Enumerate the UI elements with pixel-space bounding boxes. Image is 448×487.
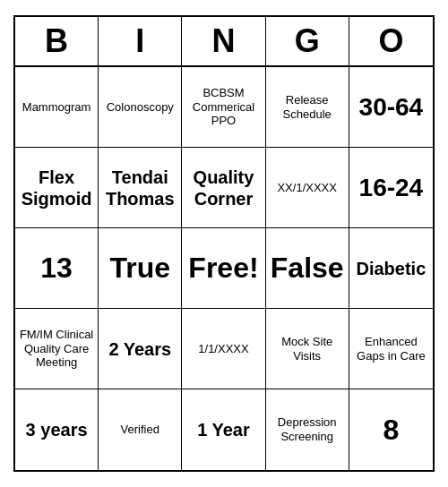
bingo-cell-5: Flex Sigmoid <box>15 148 99 228</box>
bingo-cell-18: Mock Site Visits <box>266 309 349 389</box>
bingo-cell-10: 13 <box>15 228 99 309</box>
bingo-cell-6: Tendai Thomas <box>99 148 182 228</box>
header-letter-G: G <box>266 17 349 65</box>
bingo-cell-20: 3 years <box>15 389 99 470</box>
bingo-cell-8: XX/1/XXXX <box>266 148 349 228</box>
bingo-cell-15: FM/IM Clinical Quality Care Meeting <box>15 309 99 389</box>
bingo-cell-12: Free! <box>182 228 265 309</box>
bingo-header: BINGO <box>15 17 433 67</box>
header-letter-B: B <box>15 17 99 65</box>
bingo-cell-4: 30-64 <box>349 67 433 148</box>
header-letter-I: I <box>99 17 182 65</box>
bingo-cell-23: Depression Screening <box>266 389 349 470</box>
bingo-grid: MammogramColonoscopyBCBSM Commerical PPO… <box>15 67 433 470</box>
bingo-cell-9: 16-24 <box>349 148 433 228</box>
bingo-cell-16: 2 Years <box>99 309 182 389</box>
bingo-cell-14: Diabetic <box>349 228 433 309</box>
bingo-card: BINGO MammogramColonoscopyBCBSM Commeric… <box>13 15 435 472</box>
bingo-cell-21: Verified <box>99 389 182 470</box>
bingo-cell-24: 8 <box>349 389 433 470</box>
bingo-cell-11: True <box>99 228 182 309</box>
bingo-cell-7: Quality Corner <box>182 148 265 228</box>
bingo-cell-2: BCBSM Commerical PPO <box>182 67 265 148</box>
bingo-cell-19: Enhanced Gaps in Care <box>349 309 433 389</box>
bingo-cell-22: 1 Year <box>182 389 265 470</box>
bingo-cell-17: 1/1/XXXX <box>182 309 265 389</box>
bingo-cell-1: Colonoscopy <box>99 67 182 148</box>
header-letter-N: N <box>182 17 265 65</box>
bingo-cell-3: Release Schedule <box>266 67 349 148</box>
bingo-cell-0: Mammogram <box>15 67 99 148</box>
header-letter-O: O <box>349 17 433 65</box>
bingo-cell-13: False <box>266 228 349 309</box>
